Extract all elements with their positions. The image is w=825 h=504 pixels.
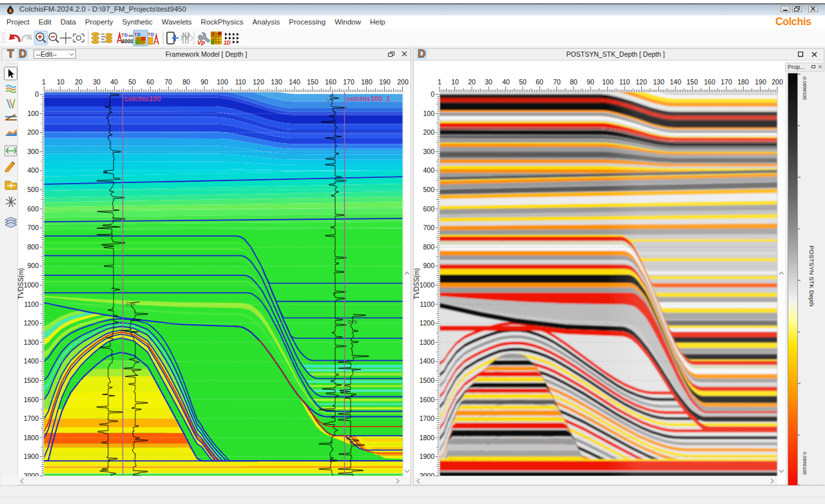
svg-text:180: 180 xyxy=(737,78,749,86)
svg-text:40: 40 xyxy=(502,78,510,86)
svg-text:500: 500 xyxy=(423,186,434,193)
svg-text:1: 1 xyxy=(438,78,442,86)
svg-text:100: 100 xyxy=(217,78,228,86)
svg-text:1300: 1300 xyxy=(24,338,39,346)
svg-text:100: 100 xyxy=(423,110,434,117)
svg-text:1100: 1100 xyxy=(420,300,434,308)
svg-text:90: 90 xyxy=(200,78,208,86)
svg-text:colchis100_1: colchis100_1 xyxy=(346,95,391,102)
svg-text:900: 900 xyxy=(27,262,39,269)
svg-text:150: 150 xyxy=(686,78,698,86)
svg-text:1500: 1500 xyxy=(24,376,39,384)
svg-text:0.0898336: 0.0898336 xyxy=(802,452,808,474)
svg-text:130: 130 xyxy=(653,78,665,86)
svg-text:700: 700 xyxy=(27,224,39,231)
svg-text:140: 140 xyxy=(670,78,681,86)
svg-text:0: 0 xyxy=(35,90,39,98)
svg-text:20: 20 xyxy=(468,78,476,86)
svg-text:400: 400 xyxy=(27,166,39,174)
svg-text:10: 10 xyxy=(57,78,64,86)
svg-text:200: 200 xyxy=(423,128,434,136)
svg-text:1000: 1000 xyxy=(420,281,435,289)
svg-text:200: 200 xyxy=(397,78,409,86)
svg-text:1200: 1200 xyxy=(420,319,435,327)
svg-text:100: 100 xyxy=(27,110,39,117)
svg-text:60: 60 xyxy=(146,78,154,86)
svg-text:v: v xyxy=(327,98,330,102)
svg-text:160: 160 xyxy=(325,78,336,86)
svg-text:800: 800 xyxy=(27,243,39,251)
svg-text:110: 110 xyxy=(619,78,630,86)
svg-text:110: 110 xyxy=(235,78,246,86)
svg-text:50: 50 xyxy=(519,78,527,86)
svg-text:190: 190 xyxy=(755,78,766,86)
svg-text:170: 170 xyxy=(721,78,732,86)
svg-text:90: 90 xyxy=(587,78,594,86)
svg-text:500: 500 xyxy=(27,186,39,193)
svg-text:1600: 1600 xyxy=(24,396,39,403)
svg-text:80: 80 xyxy=(570,78,578,86)
svg-text:0: 0 xyxy=(431,90,434,98)
svg-text:1900: 1900 xyxy=(420,452,435,460)
svg-text:1200: 1200 xyxy=(24,319,39,327)
svg-text:1100: 1100 xyxy=(24,300,39,308)
svg-text:-0.0898336: -0.0898336 xyxy=(802,75,808,100)
svg-text:160: 160 xyxy=(704,78,715,86)
svg-text:140: 140 xyxy=(289,78,300,86)
svg-text:30: 30 xyxy=(485,78,492,86)
svg-text:colchis100: colchis100 xyxy=(124,95,160,102)
svg-text:20: 20 xyxy=(75,78,82,86)
svg-text:150: 150 xyxy=(307,78,318,86)
svg-text:30: 30 xyxy=(93,78,101,86)
svg-text:TVDSS(m): TVDSS(m) xyxy=(17,268,24,299)
svg-text:600: 600 xyxy=(423,205,434,213)
svg-text:1800: 1800 xyxy=(24,434,39,441)
svg-text:200: 200 xyxy=(772,78,783,86)
svg-text:1600: 1600 xyxy=(420,396,435,403)
svg-text:1400: 1400 xyxy=(420,357,435,365)
svg-text:120: 120 xyxy=(636,78,647,86)
svg-text:70: 70 xyxy=(553,78,561,86)
svg-text:60: 60 xyxy=(536,78,543,86)
svg-text:DTS: DTS xyxy=(126,302,135,306)
svg-text:1800: 1800 xyxy=(420,434,435,441)
svg-text:1700: 1700 xyxy=(420,414,435,422)
svg-text:50: 50 xyxy=(128,78,136,86)
svg-text:70: 70 xyxy=(164,78,172,86)
svg-text:POSTSYN STK Depth: POSTSYN STK Depth xyxy=(808,246,815,307)
svg-text:300: 300 xyxy=(423,148,434,155)
svg-text:600: 600 xyxy=(27,205,39,213)
svg-text:130: 130 xyxy=(271,78,282,86)
svg-text:200: 200 xyxy=(27,128,39,136)
svg-text:400: 400 xyxy=(423,166,434,174)
svg-text:TVDSS(m): TVDSS(m) xyxy=(413,268,420,299)
svg-text:900: 900 xyxy=(423,262,434,269)
svg-text:170: 170 xyxy=(343,78,354,86)
svg-text:1700: 1700 xyxy=(24,414,39,422)
svg-text:10: 10 xyxy=(451,78,459,86)
svg-text:120: 120 xyxy=(253,78,264,86)
svg-text:180: 180 xyxy=(361,78,373,86)
svg-text:700: 700 xyxy=(423,224,434,231)
svg-text:1900: 1900 xyxy=(24,452,39,460)
svg-text:1300: 1300 xyxy=(420,338,435,346)
svg-text:DTS: DTS xyxy=(348,320,357,324)
svg-text:1500: 1500 xyxy=(420,376,435,384)
svg-text:1400: 1400 xyxy=(24,357,39,365)
svg-text:80: 80 xyxy=(182,78,190,86)
svg-text:100: 100 xyxy=(602,78,614,86)
svg-text:300: 300 xyxy=(27,148,39,155)
svg-text:1: 1 xyxy=(42,78,46,86)
svg-text:800: 800 xyxy=(423,243,434,251)
svg-text:1000: 1000 xyxy=(24,281,39,289)
svg-text:190: 190 xyxy=(379,78,391,86)
svg-text:40: 40 xyxy=(110,78,118,86)
